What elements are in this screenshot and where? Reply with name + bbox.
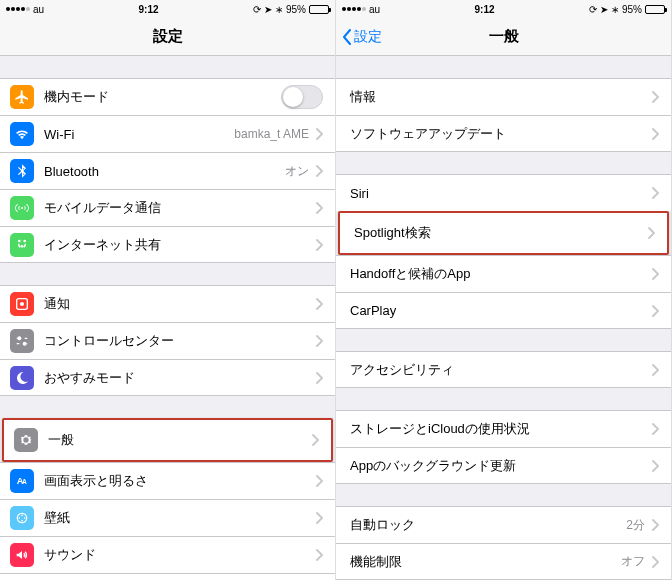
chevron-right-icon [315, 298, 323, 310]
toggle-switch[interactable] [281, 85, 323, 109]
page-title: 設定 [153, 27, 183, 46]
general-list[interactable]: 情報ソフトウェアアップデートSiriSpotlight検索Handoffと候補の… [336, 56, 671, 580]
svg-point-8 [24, 517, 26, 519]
svg-point-7 [21, 515, 23, 517]
settings-row[interactable]: 通知 [0, 285, 335, 322]
settings-group: 一般AA画面表示と明るさ壁紙サウンドTouch IDとパスコード [0, 418, 335, 580]
chevron-left-icon [342, 29, 352, 45]
settings-list[interactable]: 機内モードWi-Fibamka_t AMEBluetoothオンモバイルデータ通… [0, 56, 335, 580]
chevron-right-icon [315, 549, 323, 561]
svg-point-2 [17, 336, 21, 340]
settings-group: 自動ロック2分機能制限オフ [336, 506, 671, 580]
settings-row[interactable]: Bluetoothオン [0, 152, 335, 189]
svg-point-9 [21, 520, 23, 522]
status-bar: au 9:12 ⟳ ➤ ∗ 95% [336, 0, 671, 18]
chevron-right-icon [651, 364, 659, 376]
settings-row[interactable]: コントロールセンター [0, 322, 335, 359]
settings-group: 情報ソフトウェアアップデート [336, 78, 671, 152]
gear-icon [14, 428, 38, 452]
row-label: 機能制限 [350, 553, 621, 571]
bluetooth-status-icon: ∗ [611, 4, 619, 15]
page-title: 一般 [489, 27, 519, 46]
svg-point-10 [19, 517, 21, 519]
chevron-right-icon [311, 434, 319, 446]
row-label: おやすみモード [44, 369, 315, 387]
settings-row[interactable]: 壁紙 [0, 499, 335, 536]
svg-point-3 [23, 342, 27, 346]
settings-group: 機内モードWi-Fibamka_t AMEBluetoothオンモバイルデータ通… [0, 78, 335, 263]
battery-icon [645, 5, 665, 14]
display-icon: AA [10, 469, 34, 493]
location-icon: ➤ [600, 4, 608, 15]
chevron-right-icon [315, 202, 323, 214]
row-label: Spotlight検索 [354, 224, 647, 242]
settings-row[interactable]: ソフトウェアアップデート [336, 115, 671, 152]
back-button[interactable]: 設定 [342, 28, 382, 46]
settings-row[interactable]: 情報 [336, 78, 671, 115]
settings-row[interactable]: AA画面表示と明るさ [0, 462, 335, 499]
settings-row[interactable]: Handoffと候補のApp [336, 255, 671, 292]
chevron-right-icon [315, 128, 323, 140]
control-center-icon [10, 329, 34, 353]
chevron-right-icon [651, 91, 659, 103]
settings-row[interactable]: 機能制限オフ [336, 543, 671, 580]
chevron-right-icon [651, 460, 659, 472]
signal-dots [342, 7, 366, 11]
row-detail: bamka_t AME [234, 127, 309, 141]
wifi-icon [10, 122, 34, 146]
svg-point-1 [20, 302, 24, 306]
row-label: ストレージとiCloudの使用状況 [350, 420, 651, 438]
row-detail: オン [285, 163, 309, 180]
bluetooth-status-icon: ∗ [275, 4, 283, 15]
settings-row[interactable]: Wi-Fibamka_t AME [0, 115, 335, 152]
settings-row[interactable]: CarPlay [336, 292, 671, 329]
settings-row[interactable]: 機内モード [0, 78, 335, 115]
row-label: 情報 [350, 88, 651, 106]
settings-row[interactable]: Touch IDとパスコード [0, 573, 335, 580]
chevron-right-icon [651, 305, 659, 317]
settings-row[interactable]: モバイルデータ通信 [0, 189, 335, 226]
row-detail: 2分 [626, 517, 645, 534]
hotspot-icon [10, 233, 34, 257]
settings-row[interactable]: Appのバックグラウンド更新 [336, 447, 671, 484]
settings-row[interactable]: インターネット共有 [0, 226, 335, 263]
settings-screen: au 9:12 ⟳ ➤ ∗ 95% 設定 機内モードWi-Fibamka_t A… [0, 0, 336, 580]
settings-row[interactable]: アクセシビリティ [336, 351, 671, 388]
signal-dots [6, 7, 30, 11]
settings-row[interactable]: 一般 [4, 420, 331, 460]
location-icon: ➤ [264, 4, 272, 15]
settings-row[interactable]: Siri [336, 174, 671, 211]
settings-row[interactable]: サウンド [0, 536, 335, 573]
general-screen: au 9:12 ⟳ ➤ ∗ 95% 設定 一般 情報ソフトウェアアップデートSi… [336, 0, 672, 580]
nav-bar: 設定 [0, 18, 335, 56]
battery-pct: 95% [286, 4, 306, 15]
chevron-right-icon [651, 128, 659, 140]
settings-row[interactable]: ストレージとiCloudの使用状況 [336, 410, 671, 447]
row-label: 通知 [44, 295, 315, 313]
rotation-lock-icon: ⟳ [589, 4, 597, 15]
carrier-label: au [369, 4, 380, 15]
settings-group: ストレージとiCloudの使用状況Appのバックグラウンド更新 [336, 410, 671, 484]
wallpaper-icon [10, 506, 34, 530]
row-label: 壁紙 [44, 509, 315, 527]
chevron-right-icon [647, 227, 655, 239]
row-label: サウンド [44, 546, 315, 564]
bluetooth-icon [10, 159, 34, 183]
chevron-right-icon [651, 187, 659, 199]
row-label: 機内モード [44, 88, 281, 106]
settings-row[interactable]: おやすみモード [0, 359, 335, 396]
row-label: CarPlay [350, 303, 651, 318]
clock: 9:12 [475, 4, 495, 15]
row-label: インターネット共有 [44, 236, 315, 254]
chevron-right-icon [651, 268, 659, 280]
chevron-right-icon [315, 239, 323, 251]
highlighted-row: Spotlight検索 [338, 211, 669, 255]
settings-row[interactable]: Spotlight検索 [340, 213, 667, 253]
row-label: 画面表示と明るさ [44, 472, 315, 490]
settings-row[interactable]: 自動ロック2分 [336, 506, 671, 543]
sound-icon [10, 543, 34, 567]
highlighted-row: 一般 [2, 418, 333, 462]
chevron-right-icon [651, 519, 659, 531]
chevron-right-icon [315, 335, 323, 347]
row-label: Handoffと候補のApp [350, 265, 651, 283]
